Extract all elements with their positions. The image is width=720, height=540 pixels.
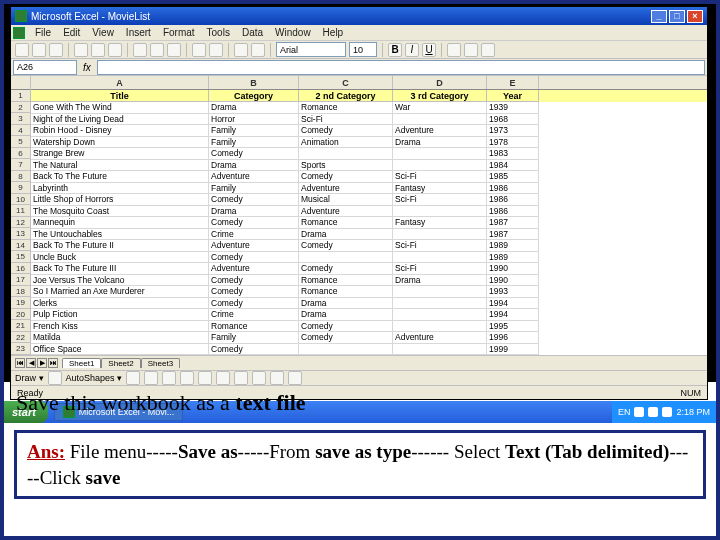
table-row[interactable]: The Mosquito CoastDramaAdventure1986	[31, 206, 707, 218]
header-category3[interactable]: 3 rd Category	[393, 90, 487, 102]
sort-asc-icon[interactable]	[234, 43, 248, 57]
cell[interactable]: Romance	[299, 286, 393, 298]
cell[interactable]: Comedy	[209, 275, 299, 287]
cell[interactable]: Joe Versus The Volcano	[31, 275, 209, 287]
col-header-a[interactable]: A	[31, 76, 209, 89]
row-header[interactable]: 18	[11, 286, 30, 298]
cell[interactable]: Little Shop of Horrors	[31, 194, 209, 206]
table-row[interactable]: Little Shop of HorrorsComedyMusicalSci-F…	[31, 194, 707, 206]
cell[interactable]: War	[393, 102, 487, 114]
title-bar[interactable]: Microsoft Excel - MovieList _ □ ×	[11, 7, 707, 25]
table-row[interactable]: Joe Versus The VolcanoComedyRomanceDrama…	[31, 275, 707, 287]
cell[interactable]: 1983	[487, 148, 539, 160]
cell[interactable]: Comedy	[299, 332, 393, 344]
table-row[interactable]: MannequinComedyRomanceFantasy1987	[31, 217, 707, 229]
cell[interactable]: Adventure	[393, 125, 487, 137]
cell[interactable]: 1987	[487, 229, 539, 241]
row-header[interactable]: 17	[11, 274, 30, 286]
row-header[interactable]: 12	[11, 217, 30, 229]
cell[interactable]: The Mosquito Coast	[31, 206, 209, 218]
cell[interactable]	[393, 298, 487, 310]
cell[interactable]: Family	[209, 332, 299, 344]
col-header-e[interactable]: E	[487, 76, 539, 89]
row-header[interactable]: 5	[11, 136, 30, 148]
paste-icon[interactable]	[167, 43, 181, 57]
table-row[interactable]: MatildaFamilyComedyAdventure1996	[31, 332, 707, 344]
next-sheet-icon[interactable]: ▶	[37, 358, 47, 368]
table-row[interactable]: ClerksComedyDrama1994	[31, 298, 707, 310]
cell[interactable]: Drama	[209, 160, 299, 172]
cell[interactable]: Sports	[299, 160, 393, 172]
row-header[interactable]: 9	[11, 182, 30, 194]
minimize-button[interactable]: _	[651, 10, 667, 23]
cell[interactable]: 1994	[487, 298, 539, 310]
menu-edit[interactable]: Edit	[57, 27, 86, 38]
cell[interactable]: Romance	[299, 275, 393, 287]
menu-tools[interactable]: Tools	[201, 27, 236, 38]
cell[interactable]: Pulp Fiction	[31, 309, 209, 321]
row-header[interactable]: 6	[11, 148, 30, 160]
cell[interactable]: Comedy	[209, 194, 299, 206]
cell[interactable]: Sci-Fi	[393, 263, 487, 275]
align-right-icon[interactable]	[481, 43, 495, 57]
cell[interactable]: Drama	[393, 275, 487, 287]
row-header[interactable]: 13	[11, 228, 30, 240]
row-header[interactable]: 22	[11, 332, 30, 344]
cell[interactable]: Drama	[209, 102, 299, 114]
tab-sheet2[interactable]: Sheet2	[101, 358, 140, 368]
undo-icon[interactable]	[192, 43, 206, 57]
col-header-d[interactable]: D	[393, 76, 487, 89]
cell[interactable]: Gone With The Wind	[31, 102, 209, 114]
cell[interactable]: Adventure	[393, 332, 487, 344]
table-row[interactable]: Back To The FutureAdventureComedySci-Fi1…	[31, 171, 707, 183]
cell[interactable]: Clerks	[31, 298, 209, 310]
cell[interactable]: 1973	[487, 125, 539, 137]
last-sheet-icon[interactable]: ⏭	[48, 358, 58, 368]
cell[interactable]: Night of the Living Dead	[31, 114, 209, 126]
font-name-dropdown[interactable]: Arial	[276, 42, 346, 57]
cell[interactable]: Musical	[299, 194, 393, 206]
cell[interactable]: Uncle Buck	[31, 252, 209, 264]
menu-format[interactable]: Format	[157, 27, 201, 38]
cell[interactable]: 1990	[487, 275, 539, 287]
table-row[interactable]: Pulp FictionCrimeDrama1994	[31, 309, 707, 321]
spell-icon[interactable]	[108, 43, 122, 57]
menu-insert[interactable]: Insert	[120, 27, 157, 38]
cell[interactable]: Back To The Future	[31, 171, 209, 183]
header-category2[interactable]: 2 nd Category	[299, 90, 393, 102]
prev-sheet-icon[interactable]: ◀	[26, 358, 36, 368]
close-button[interactable]: ×	[687, 10, 703, 23]
row-header[interactable]: 23	[11, 343, 30, 355]
row-header[interactable]: 8	[11, 171, 30, 183]
cell[interactable]: 1995	[487, 321, 539, 333]
header-year[interactable]: Year	[487, 90, 539, 102]
table-row[interactable]: LabyrinthFamilyAdventureFantasy1986	[31, 183, 707, 195]
cell[interactable]: 1994	[487, 309, 539, 321]
cell[interactable]: 1989	[487, 240, 539, 252]
cell[interactable]: 1996	[487, 332, 539, 344]
row-header[interactable]: 20	[11, 309, 30, 321]
table-row[interactable]: The UntouchablesCrimeDrama1987	[31, 229, 707, 241]
cell[interactable]: Drama	[393, 137, 487, 149]
cell[interactable]: Comedy	[299, 321, 393, 333]
cell[interactable]: 1999	[487, 344, 539, 356]
header-row[interactable]: Title Category 2 nd Category 3 rd Catego…	[31, 90, 707, 102]
cell[interactable]: Adventure	[299, 206, 393, 218]
cell[interactable]: Matilda	[31, 332, 209, 344]
menu-view[interactable]: View	[86, 27, 120, 38]
font-size-dropdown[interactable]: 10	[349, 42, 377, 57]
cell[interactable]: Fantasy	[393, 183, 487, 195]
cell[interactable]	[393, 160, 487, 172]
row-header[interactable]: 4	[11, 125, 30, 137]
row-header[interactable]: 7	[11, 159, 30, 171]
first-sheet-icon[interactable]: ⏮	[15, 358, 25, 368]
cut-icon[interactable]	[133, 43, 147, 57]
cell[interactable]: 1989	[487, 252, 539, 264]
cell[interactable]: Drama	[209, 206, 299, 218]
copy-icon[interactable]	[150, 43, 164, 57]
menu-file[interactable]: File	[29, 27, 57, 38]
cell[interactable]: 1987	[487, 217, 539, 229]
table-row[interactable]: Night of the Living DeadHorrorSci-Fi1968	[31, 114, 707, 126]
cell[interactable]: Drama	[299, 298, 393, 310]
cell[interactable]: Adventure	[209, 171, 299, 183]
